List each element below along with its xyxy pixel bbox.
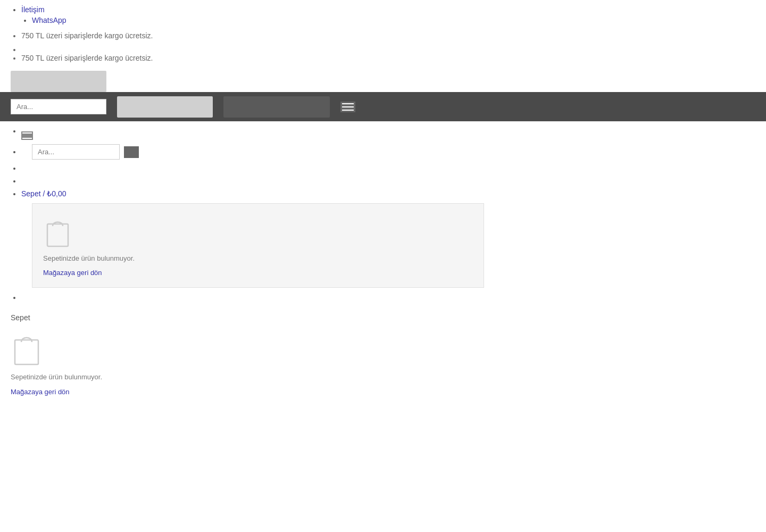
mobile-navigation: Sepet / ₺0,00 Sepetinizde ürün bulunmuyo… [0, 121, 766, 308]
shipping-info-1: 750 TL üzeri siparişlerde kargo ücretsiz… [21, 31, 755, 41]
mobile-search-item [21, 144, 755, 160]
logo-placeholder [11, 71, 106, 92]
cart-section-2: Sepet Sepetinizde ürün bulunmuyor. Mağaz… [0, 308, 766, 401]
nav-item-contact: İletişim WhatsApp [21, 5, 755, 24]
hamburger-line-1 [342, 103, 354, 104]
whatsapp-link[interactable]: WhatsApp [32, 16, 66, 24]
top-navigation: İletişim WhatsApp [0, 0, 766, 24]
hamburger-line-3 [342, 110, 354, 111]
cart-title: Sepet [11, 313, 755, 322]
cart-link[interactable]: Sepet / ₺0,00 [21, 189, 66, 198]
hamburger-line-2 [342, 106, 354, 107]
shipping-info-2: 750 TL üzeri siparişlerde kargo ücretsiz… [21, 53, 755, 64]
divider-1 [21, 45, 755, 50]
svg-rect-0 [47, 224, 68, 246]
mobile-toggle-item [21, 127, 755, 140]
search-input-mobile[interactable] [32, 144, 120, 160]
header-right-area [223, 96, 330, 118]
search-button-mobile[interactable] [124, 146, 139, 158]
cart-link-item: Sepet / ₺0,00 Sepetinizde ürün bulunmuyo… [21, 189, 755, 288]
hamburger-button[interactable] [340, 102, 355, 112]
mobile-nav-item-2 [21, 177, 755, 185]
cart-panel: Sepetinizde ürün bulunmuyor. Mağazaya ge… [32, 203, 484, 288]
mobile-toggle-button[interactable] [21, 131, 33, 140]
mobile-nav-item-1 [21, 164, 755, 172]
divider-2 [21, 293, 755, 298]
toggle-line [22, 132, 32, 134]
header-logo [117, 96, 213, 118]
info-bar: 750 TL üzeri siparişlerde kargo ücretsiz… [0, 27, 766, 71]
cart-empty-message-2: Sepetinizde ürün bulunmuyor. [11, 373, 755, 381]
search-input-top[interactable] [11, 99, 106, 114]
back-to-store-link[interactable]: Mağazaya geri dön [43, 269, 102, 277]
toggle-line [22, 138, 32, 139]
back-to-store-link-2[interactable]: Mağazaya geri dön [11, 388, 70, 396]
cart-bag-icon-large [43, 214, 72, 249]
nav-item-whatsapp: WhatsApp [32, 16, 755, 24]
cart-bag-icon-medium [11, 329, 43, 367]
svg-rect-1 [15, 340, 38, 364]
contact-link[interactable]: İletişim [21, 5, 45, 14]
header-bar [0, 92, 766, 121]
cart-empty-message: Sepetinizde ürün bulunmuyor. [43, 254, 135, 262]
